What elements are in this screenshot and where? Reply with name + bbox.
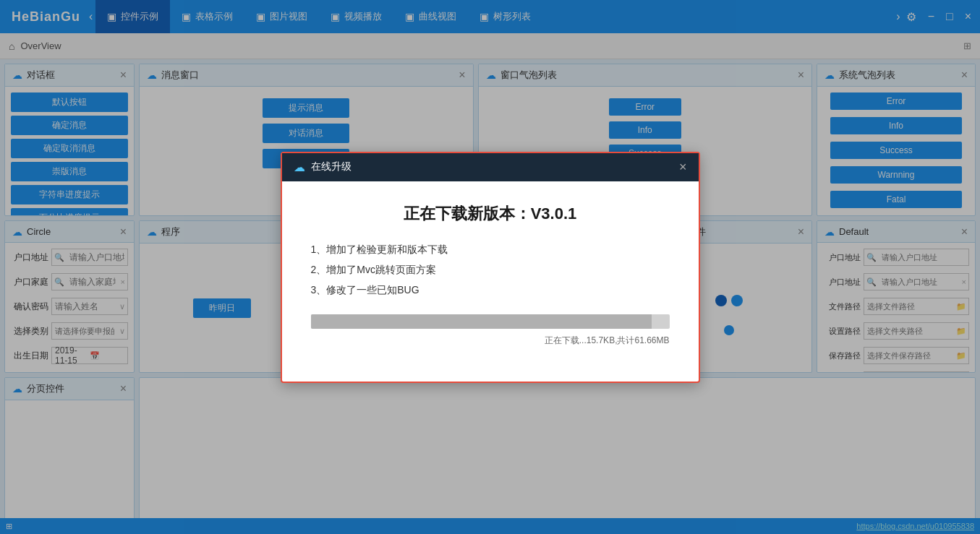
modal-overlay: ☁ 在线升级 × 正在下载新版本：V3.0.1 1、增加了检验更新和版本下载 2… (0, 0, 980, 534)
modal-feature-2: 2、增加了Mvc跳转页面方案 (311, 259, 670, 280)
modal-progress-bar-container (311, 314, 670, 329)
modal-feature-1: 1、增加了检验更新和版本下载 (311, 239, 670, 259)
modal-progress-area: 正在下载...15.7KB,共计61.66MB (311, 314, 670, 347)
modal-header: ☁ 在线升级 × (282, 153, 699, 181)
modal-features: 1、增加了检验更新和版本下载 2、增加了Mvc跳转页面方案 3、修改了一些已知B… (311, 239, 670, 300)
modal-body: 正在下载新版本：V3.0.1 1、增加了检验更新和版本下载 2、增加了Mvc跳转… (282, 181, 699, 382)
modal-title: 在线升级 (311, 160, 351, 173)
modal-progress-fill (311, 314, 652, 329)
modal-feature-3: 3、修改了一些已知BUG (311, 280, 670, 300)
modal-close-btn[interactable]: × (679, 160, 687, 173)
modal-progress-text: 正在下载...15.7KB,共计61.66MB (311, 335, 670, 347)
update-modal: ☁ 在线升级 × 正在下载新版本：V3.0.1 1、增加了检验更新和版本下载 2… (281, 152, 700, 383)
modal-cloud-icon: ☁ (294, 160, 305, 174)
modal-version-title: 正在下载新版本：V3.0.1 (311, 203, 670, 225)
